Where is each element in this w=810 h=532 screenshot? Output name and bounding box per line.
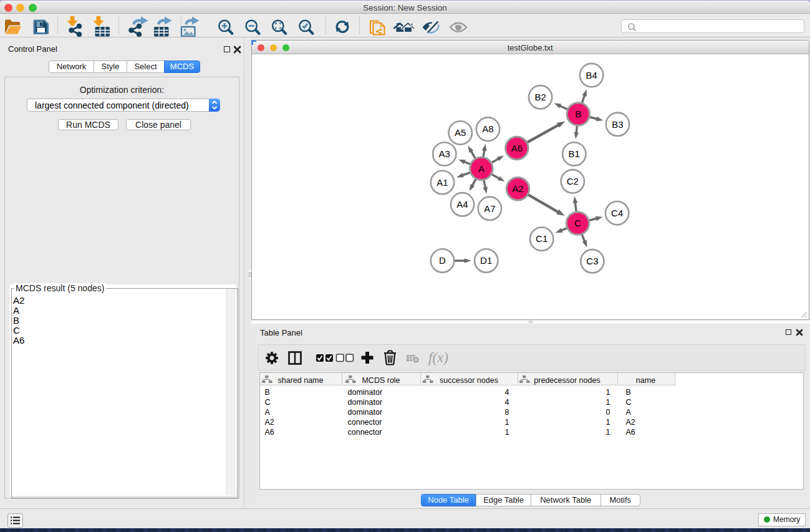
svg-text:B: B xyxy=(575,109,581,119)
svg-text:A4: A4 xyxy=(456,199,468,210)
svg-text:D1: D1 xyxy=(480,255,492,266)
svg-text:C3: C3 xyxy=(586,256,598,266)
svg-text:A2: A2 xyxy=(512,183,523,194)
svg-text:B1: B1 xyxy=(569,148,580,159)
svg-text:f(x): f(x) xyxy=(428,350,448,365)
svg-text:D: D xyxy=(439,255,446,266)
svg-text:A7: A7 xyxy=(484,203,495,214)
svg-text:A3: A3 xyxy=(439,148,450,159)
svg-text:A6: A6 xyxy=(511,143,523,153)
svg-text:C4: C4 xyxy=(611,208,623,218)
svg-text:B3: B3 xyxy=(612,119,623,130)
svg-text:B2: B2 xyxy=(534,92,546,102)
svg-text:A5: A5 xyxy=(455,127,466,138)
svg-text:C1: C1 xyxy=(536,233,547,244)
svg-text:B4: B4 xyxy=(586,70,597,80)
svg-text:A8: A8 xyxy=(482,123,493,134)
svg-text:C2: C2 xyxy=(567,176,579,186)
svg-text:A1: A1 xyxy=(436,177,448,188)
svg-text:A: A xyxy=(478,163,485,174)
svg-text:C: C xyxy=(574,218,581,228)
